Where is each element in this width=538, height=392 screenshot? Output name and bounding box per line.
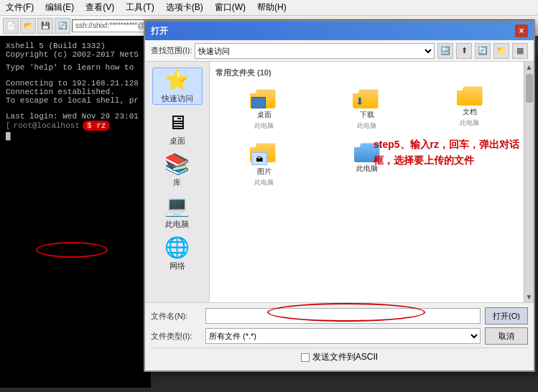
file-item-pictures[interactable]: 🏔 图片 此电脑 — [215, 139, 312, 190]
terminal-line-help: Type 'help' to learn how to — [6, 63, 145, 72]
quickaccess-icon: ⭐ — [164, 68, 190, 92]
quick-item-quickaccess[interactable]: ⭐ 快速访问 — [152, 67, 203, 105]
menu-tools[interactable]: 工具(T) — [123, 0, 157, 15]
terminal-command: $ rz — [83, 121, 110, 131]
prompt-text: [ — [6, 121, 11, 130]
dialog-titlebar: 打开 × — [145, 22, 534, 40]
desktop-icon: 🖥 — [167, 111, 187, 134]
file-name-desktop: 桌面 — [257, 110, 272, 120]
file-item-thispc[interactable]: 此电脑 — [318, 139, 415, 190]
file-name-documents: 文档 — [463, 107, 477, 117]
filename-row: 文件名(N): 打开(O) — [151, 307, 528, 325]
file-name-downloads: 下载 — [360, 110, 374, 120]
menu-bar: 文件(F) 编辑(E) 查看(V) 工具(T) 选项卡(B) 窗口(W) 帮助(… — [0, 0, 538, 16]
quick-item-desktop[interactable]: 🖥 桌面 — [152, 111, 203, 146]
ascii-row: 发送文件到ASCII — [151, 347, 528, 366]
dialog-path-label: 查找范围(I): — [151, 45, 192, 56]
vertical-scrollbar[interactable]: ▲ ▼ — [524, 62, 534, 302]
dialog-close-button[interactable]: × — [515, 24, 528, 37]
file-sub-downloads: 此电脑 — [357, 121, 376, 131]
desktop-label: 桌面 — [170, 136, 185, 146]
filetype-label: 文件类型(I): — [151, 331, 201, 342]
dialog-view-toggle[interactable]: ▦ — [512, 43, 528, 59]
section-header: 常用文件夹 (10) — [215, 67, 518, 78]
file-sub-pictures: 此电脑 — [254, 178, 274, 187]
library-label: 库 — [173, 177, 181, 188]
file-sub-documents: 此电脑 — [460, 118, 479, 128]
terminal-line-escape: To escape to local shell, pr — [6, 96, 145, 105]
ascii-checkbox[interactable] — [301, 353, 310, 362]
quick-access-panel: ⭐ 快速访问 🖥 桌面 📚 库 💻 此电脑 🌐 网络 — [145, 62, 210, 302]
dialog-body: ⭐ 快速访问 🖥 桌面 📚 库 💻 此电脑 🌐 网络 常用文件夹 (10) — [145, 62, 534, 302]
dialog-nav-refresh[interactable]: 🔄 — [475, 43, 491, 59]
terminal-line-version: Xshell 5 (Build 1332) — [6, 42, 145, 50]
quick-item-network[interactable]: 🌐 网络 — [152, 235, 203, 271]
scrollbar-thumb[interactable] — [526, 74, 533, 103]
menu-help[interactable]: 帮助(H) — [254, 0, 289, 15]
dialog-bottom: 文件名(N): 打开(O) 文件类型(I): 所有文件 (*.*) 取消 发送文… — [145, 302, 534, 370]
terminal-prompt-line: [ root@localhost $ rz — [6, 121, 145, 131]
thispc-label: 此电脑 — [165, 219, 189, 230]
terminal-line-copyright: Copyright (c) 2002-2017 NetS — [6, 50, 145, 59]
dialog-nav-newdir[interactable]: 📁 — [493, 43, 509, 59]
menu-view[interactable]: 查看(V) — [83, 0, 117, 15]
filename-input[interactable] — [205, 308, 481, 324]
terminal-line-connected: Connection established. — [6, 88, 145, 96]
menu-tabs[interactable]: 选项卡(B) — [163, 0, 206, 15]
file-grid: 桌面 此电脑 ⬇ 下载 此电脑 文档 此电脑 — [215, 83, 518, 190]
file-name-thispc: 此电脑 — [356, 164, 378, 174]
dialog-toolbar: 查找范围(I): 快速访问 🔙 ⬆ 🔄 📁 ▦ — [145, 40, 534, 62]
terminal-cursor-line: █ — [6, 132, 145, 141]
file-main-area: 常用文件夹 (10) 桌面 此电脑 ⬇ 下载 此电脑 — [210, 62, 524, 302]
filetype-row: 文件类型(I): 所有文件 (*.*) 取消 — [151, 327, 528, 345]
cancel-button[interactable]: 取消 — [485, 327, 528, 345]
dialog-nav-back[interactable]: 🔙 — [437, 43, 453, 59]
file-item-documents[interactable]: 文档 此电脑 — [421, 83, 518, 134]
network-icon: 🌐 — [164, 235, 190, 259]
menu-window[interactable]: 窗口(W) — [212, 0, 249, 15]
dialog-path-select[interactable]: 快速访问 — [195, 43, 435, 59]
toolbar-btn-refresh[interactable]: 🔄 — [55, 18, 70, 34]
dialog-nav-up[interactable]: ⬆ — [456, 43, 472, 59]
quickaccess-label: 快速访问 — [162, 93, 193, 104]
file-item-downloads[interactable]: ⬇ 下载 此电脑 — [318, 83, 415, 134]
open-file-dialog: 打开 × 查找范围(I): 快速访问 🔙 ⬆ 🔄 📁 ▦ ⭐ 快速访问 🖥 桌面… — [144, 20, 535, 372]
quick-item-thispc[interactable]: 💻 此电脑 — [152, 194, 203, 230]
ascii-label: 发送文件到ASCII — [312, 351, 378, 363]
menu-file[interactable]: 文件(F) — [3, 0, 37, 15]
terminal-area[interactable]: Xshell 5 (Build 1332) Copyright (c) 2002… — [0, 36, 151, 388]
file-sub-desktop: 此电脑 — [254, 121, 274, 131]
quick-item-library[interactable]: 📚 库 — [152, 152, 203, 188]
open-button[interactable]: 打开(O) — [485, 307, 528, 325]
terminal-line-connecting: Connecting to 192.168.21.128 — [6, 79, 145, 88]
toolbar-btn-save[interactable]: 💾 — [37, 18, 53, 34]
file-item-desktop[interactable]: 桌面 此电脑 — [215, 83, 312, 134]
library-icon: 📚 — [164, 152, 190, 176]
toolbar-btn-new[interactable]: 📄 — [3, 18, 19, 34]
filename-label: 文件名(N): — [151, 311, 201, 322]
menu-edit[interactable]: 编辑(E) — [42, 0, 77, 15]
thispc-icon: 💻 — [164, 194, 190, 218]
file-name-pictures: 图片 — [257, 167, 272, 177]
filetype-select[interactable]: 所有文件 (*.*) — [205, 328, 481, 344]
dialog-title: 打开 — [151, 25, 168, 37]
network-label: 网络 — [170, 261, 185, 271]
prompt-user: root@localhost — [14, 121, 80, 130]
terminal-line-lastlogin: Last login: Wed Nov 29 23:01 — [6, 112, 145, 121]
toolbar-btn-open[interactable]: 📂 — [20, 18, 36, 34]
